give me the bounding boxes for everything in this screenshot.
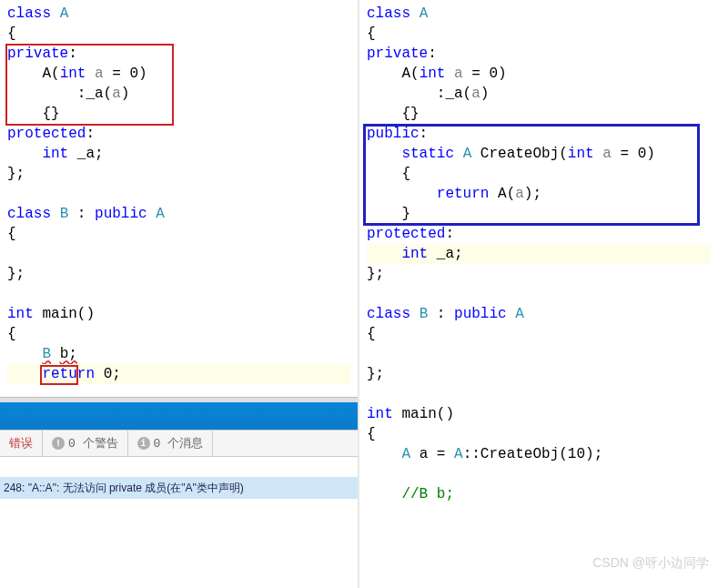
- type-B: B: [420, 306, 429, 322]
- empty-body: {}: [42, 106, 59, 122]
- arg-a: a: [515, 186, 524, 202]
- fn-main: main(): [42, 306, 95, 322]
- type-A: A: [401, 446, 410, 462]
- tabs-row: 错误 !0 个警告 i0 个消息: [0, 430, 358, 457]
- member-a: _a;: [437, 246, 463, 262]
- warning-icon: !: [52, 437, 65, 450]
- type-A: A: [463, 146, 472, 162]
- kw-static: static: [401, 146, 454, 162]
- eq: =: [104, 66, 130, 82]
- tab-warnings[interactable]: !0 个警告: [43, 431, 128, 456]
- kw-class: class: [7, 206, 51, 222]
- semi: ;: [112, 366, 121, 382]
- kw-int: int: [420, 66, 446, 82]
- brace: {: [7, 224, 350, 244]
- init-close: ): [480, 86, 490, 102]
- init-close: ): [121, 86, 130, 102]
- kw-protected: protected: [7, 126, 86, 142]
- kw-int: int: [401, 246, 428, 262]
- brace: {: [401, 166, 410, 182]
- error-message-row[interactable]: 248: "A::A": 无法访问 private 成员(在"A"类中声明): [0, 477, 358, 499]
- kw-public: public: [367, 126, 420, 142]
- left-code: class A { private: A(int a = 0) :_a(a) {…: [0, 0, 358, 388]
- class-close: };: [367, 364, 711, 384]
- messages-text: 0 个消息: [154, 435, 204, 451]
- ctor-name: A: [42, 66, 51, 82]
- close-paren: ): [646, 146, 655, 162]
- type-A: A: [515, 306, 524, 322]
- errors-label: 错误: [9, 435, 33, 451]
- warnings-text: 0 个警告: [68, 435, 118, 451]
- brace: {: [367, 324, 711, 344]
- zero: 0: [638, 146, 647, 162]
- brace: }: [401, 206, 410, 222]
- info-icon: i: [137, 437, 150, 450]
- class-close: };: [7, 264, 350, 284]
- brace: {: [7, 24, 350, 44]
- close: );: [524, 186, 541, 202]
- kw-int: int: [568, 146, 594, 162]
- eq: =: [612, 146, 638, 162]
- kw-public: public: [454, 306, 507, 322]
- kw-class: class: [367, 306, 410, 322]
- call: ::CreateObj(10);: [463, 446, 603, 462]
- empty-body: {}: [401, 106, 419, 122]
- kw-return: return: [437, 186, 490, 202]
- type-B-error: B: [42, 346, 51, 362]
- var-b-error: b;: [60, 346, 77, 362]
- class-close: };: [367, 264, 711, 284]
- zero: 0: [489, 66, 498, 82]
- zero: 0: [129, 66, 138, 82]
- kw-int: int: [367, 406, 393, 422]
- kw-private: private: [7, 46, 68, 62]
- type-A: A: [156, 206, 165, 222]
- kw-private: private: [367, 46, 428, 62]
- tab-errors[interactable]: 错误: [0, 431, 43, 456]
- member-a: _a;: [77, 146, 104, 162]
- var-a: a =: [420, 446, 454, 462]
- ctor-A: A: [498, 186, 507, 202]
- class-close: };: [7, 164, 350, 184]
- brace: {: [367, 424, 711, 444]
- kw-int: int: [7, 306, 34, 322]
- colon: :: [428, 306, 454, 322]
- right-code: class A { private: A(int a = 0) :_a(a) {…: [359, 0, 718, 508]
- blue-bar: [0, 402, 358, 430]
- status-bar: 错误 !0 个警告 i0 个消息 248: "A::A": 无法访问 priva…: [0, 397, 358, 499]
- init-list: :_a(: [77, 86, 112, 102]
- left-code-pane: class A { private: A(int a = 0) :_a(a) {…: [0, 0, 359, 588]
- watermark-text: CSDN @呀小边同学: [592, 555, 709, 572]
- comment-bb: //B b;: [401, 486, 454, 502]
- param-a: a: [602, 146, 612, 162]
- init-a: a: [112, 86, 121, 102]
- kw-return: return: [42, 366, 95, 382]
- fn-main: main(): [401, 406, 454, 422]
- kw-int: int: [60, 66, 86, 82]
- brace: {: [7, 324, 350, 344]
- right-code-pane: class A { private: A(int a = 0) :_a(a) {…: [359, 0, 718, 588]
- type-B: B: [60, 206, 69, 222]
- kw-class: class: [7, 5, 51, 22]
- param-a: a: [454, 66, 463, 82]
- kw-public: public: [95, 206, 147, 222]
- colon: :: [68, 206, 95, 222]
- ctor-name: A: [401, 66, 410, 82]
- param-a: a: [95, 66, 104, 82]
- type-A: A: [454, 446, 463, 462]
- eq: =: [463, 66, 490, 82]
- zero: 0: [104, 366, 113, 382]
- kw-class: class: [367, 5, 410, 22]
- init-list: :_a(: [437, 86, 471, 102]
- type-A: A: [60, 5, 69, 22]
- fn-create: CreateObj(: [480, 146, 568, 162]
- type-A: A: [420, 5, 429, 22]
- kw-int: int: [42, 146, 68, 162]
- open-paren: (: [507, 186, 516, 202]
- kw-protected: protected: [367, 226, 445, 242]
- tab-messages[interactable]: i0 个消息: [128, 431, 214, 456]
- brace: {: [367, 24, 711, 44]
- init-a: a: [471, 86, 480, 102]
